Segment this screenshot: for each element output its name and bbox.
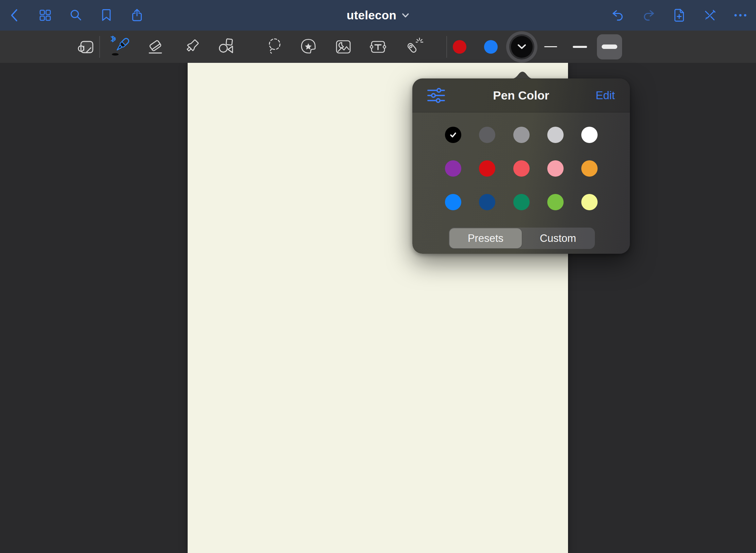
swatch-row — [445, 194, 598, 210]
eraser-icon — [146, 37, 166, 57]
shapes-icon — [216, 37, 236, 57]
ink-color-red[interactable] — [453, 40, 466, 54]
drawing-toolbar — [0, 31, 756, 63]
laser-pointer-tool[interactable] — [404, 37, 424, 57]
thickness-thin[interactable] — [540, 37, 561, 57]
top-navigation-bar: utelecon — [0, 0, 756, 31]
document-title-dropdown[interactable]: utelecon — [347, 0, 409, 31]
color-swatch-coral[interactable] — [513, 160, 530, 177]
redo-button[interactable] — [641, 8, 656, 23]
ink-color-blue[interactable] — [484, 40, 498, 54]
laser-pointer-icon — [404, 37, 424, 57]
color-swatch-grid — [445, 127, 598, 228]
share-icon — [130, 8, 144, 23]
zoom-window-icon — [76, 37, 96, 57]
blue-ink-swatch — [484, 40, 498, 54]
share-button[interactable] — [130, 8, 144, 23]
more-icon — [733, 8, 748, 23]
back-icon — [8, 8, 21, 23]
highlighter-tool[interactable] — [181, 37, 201, 57]
ink-color-black-selected[interactable] — [511, 36, 533, 58]
stylus-toggle-button[interactable] — [702, 8, 717, 23]
add-page-button[interactable] — [672, 8, 687, 23]
pen-icon-selected — [108, 35, 133, 59]
thick-line — [602, 44, 617, 49]
document-title: utelecon — [347, 8, 396, 22]
black-ink-swatch — [511, 36, 533, 58]
bookmark-icon — [99, 8, 114, 23]
add-page-icon — [672, 8, 687, 23]
canvas-background — [0, 63, 756, 553]
zoom-window-tool[interactable] — [76, 37, 96, 57]
sticker-icon — [299, 37, 319, 57]
color-swatch-green[interactable] — [513, 194, 530, 210]
search-icon — [68, 8, 83, 23]
color-swatch-purple[interactable] — [445, 160, 461, 177]
thickness-medium[interactable] — [570, 37, 590, 57]
thick-selected-background — [597, 34, 622, 59]
chevron-down-icon — [517, 44, 527, 50]
color-swatch-black[interactable] — [445, 127, 461, 143]
sliders-icon[interactable] — [427, 88, 445, 103]
edit-button[interactable]: Edit — [596, 89, 615, 102]
highlighter-icon — [181, 37, 201, 57]
shapes-tool[interactable] — [216, 37, 236, 57]
eraser-tool[interactable] — [146, 37, 166, 57]
text-tool[interactable] — [368, 37, 388, 57]
image-icon — [333, 37, 353, 57]
medium-line — [573, 46, 587, 48]
pen-color-popover: Pen Color Edit Presets Custom — [412, 78, 630, 254]
color-swatch-light-green[interactable] — [547, 194, 564, 210]
swatch-row — [445, 160, 598, 177]
lasso-tool[interactable] — [265, 37, 285, 57]
color-swatch-light-gray[interactable] — [547, 127, 564, 143]
sticker-tool[interactable] — [299, 37, 319, 57]
lasso-icon — [265, 37, 285, 57]
image-tool[interactable] — [333, 37, 353, 57]
color-swatch-white[interactable] — [581, 127, 598, 143]
undo-icon — [611, 8, 625, 23]
pen-tool[interactable] — [108, 35, 133, 59]
undo-button[interactable] — [611, 8, 625, 23]
popover-header: Pen Color Edit — [412, 78, 630, 112]
red-ink-swatch — [453, 40, 466, 54]
tab-custom[interactable]: Custom — [522, 228, 594, 248]
bookmark-button[interactable] — [99, 8, 114, 23]
chevron-down-icon — [402, 13, 409, 18]
color-swatch-orange[interactable] — [581, 160, 598, 177]
app-window: utelecon — [0, 0, 756, 553]
color-swatch-navy[interactable] — [479, 194, 495, 210]
checkmark-icon — [448, 130, 458, 140]
presets-custom-segmented-control: Presets Custom — [449, 228, 595, 249]
color-swatch-dark-gray[interactable] — [479, 127, 495, 143]
thumbnails-button[interactable] — [38, 8, 53, 23]
thickness-thick-selected[interactable] — [597, 34, 622, 59]
text-icon — [368, 37, 388, 57]
toolbar-divider — [99, 36, 100, 58]
color-swatch-pink[interactable] — [547, 160, 564, 177]
grid-icon — [38, 8, 53, 23]
thin-line — [544, 46, 557, 48]
toolbar-divider — [446, 36, 447, 58]
redo-icon — [641, 8, 656, 23]
color-swatch-gray[interactable] — [513, 127, 530, 143]
color-swatch-yellow[interactable] — [581, 194, 598, 210]
color-swatch-red[interactable] — [479, 160, 495, 177]
pen-cross-icon — [702, 8, 717, 23]
popover-title: Pen Color — [493, 89, 549, 102]
color-swatch-blue[interactable] — [445, 194, 461, 210]
popover-arrow — [511, 69, 534, 79]
back-button[interactable] — [7, 8, 22, 23]
swatch-row — [445, 127, 598, 143]
more-button[interactable] — [733, 8, 748, 23]
search-button[interactable] — [68, 8, 83, 23]
bluetooth-icon — [111, 36, 116, 42]
tab-presets[interactable]: Presets — [449, 228, 522, 248]
